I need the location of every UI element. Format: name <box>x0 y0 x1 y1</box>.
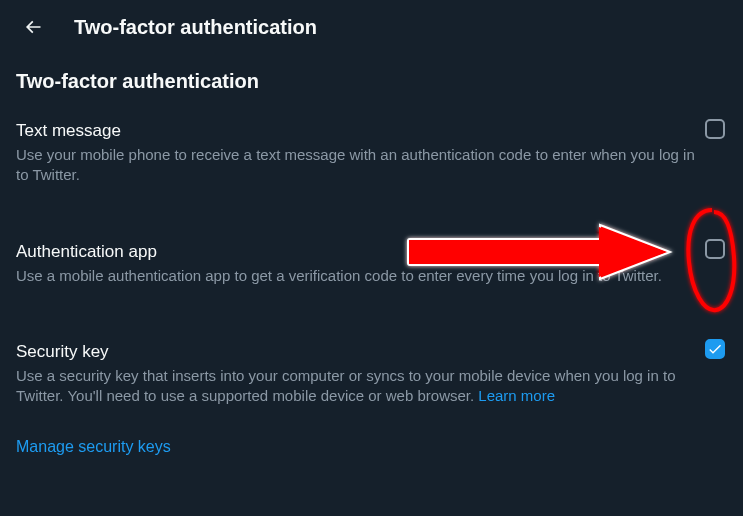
option-security-key: Security key Use a security key that ins… <box>0 302 743 423</box>
security-key-desc-text: Use a security key that inserts into you… <box>16 367 675 404</box>
option-text-message: Text message Use your mobile phone to re… <box>0 105 743 202</box>
learn-more-link[interactable]: Learn more <box>478 387 555 404</box>
section-title: Two-factor authentication <box>0 54 743 105</box>
manage-security-keys-link[interactable]: Manage security keys <box>0 422 187 466</box>
header-title: Two-factor authentication <box>74 16 317 39</box>
auth-app-title: Authentication app <box>16 242 727 262</box>
text-message-title: Text message <box>16 121 727 141</box>
text-message-desc: Use your mobile phone to receive a text … <box>16 145 696 186</box>
back-button[interactable] <box>16 10 50 44</box>
security-key-desc: Use a security key that inserts into you… <box>16 366 696 407</box>
auth-app-desc: Use a mobile authentication app to get a… <box>16 266 696 286</box>
text-message-checkbox[interactable] <box>705 119 725 139</box>
option-auth-app: Authentication app Use a mobile authenti… <box>0 202 743 302</box>
check-icon <box>707 341 723 357</box>
security-key-checkbox[interactable] <box>705 339 725 359</box>
auth-app-checkbox[interactable] <box>705 239 725 259</box>
security-key-title: Security key <box>16 342 727 362</box>
page-header: Two-factor authentication <box>0 0 743 54</box>
arrow-left-icon <box>23 17 43 37</box>
